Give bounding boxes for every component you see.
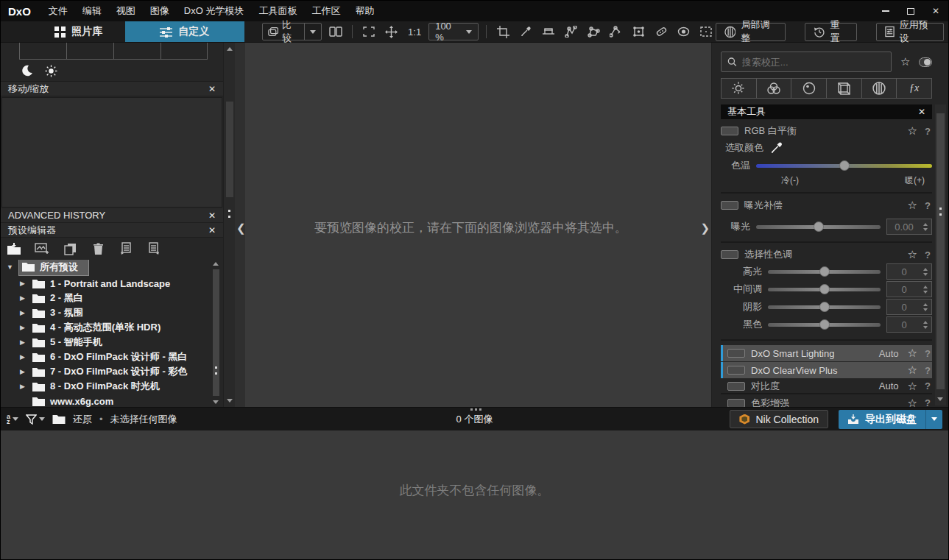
nik-collection-button[interactable]: Nik Collection <box>730 410 828 428</box>
blacks-slider[interactable] <box>768 319 881 330</box>
temperature-slider[interactable] <box>756 160 932 171</box>
apply-preset-button[interactable]: 应用预设 <box>876 23 944 41</box>
highlights-value-box[interactable]: 0 <box>886 263 932 280</box>
filmstrip-resize-grip[interactable] <box>475 408 477 411</box>
create-preset-from-image-button[interactable] <box>33 240 51 258</box>
tree-expanded-icon[interactable]: ▼ <box>7 263 14 271</box>
perspective-tool-button[interactable] <box>629 23 648 40</box>
shadows-value-box[interactable]: 0 <box>886 299 932 315</box>
export-preset-button[interactable] <box>145 240 163 258</box>
duplicate-preset-button[interactable] <box>61 240 79 258</box>
favorite-star-icon[interactable]: ☆ <box>908 347 917 360</box>
scroll-down-icon[interactable] <box>227 399 233 403</box>
category-geometry-tab[interactable] <box>827 78 862 99</box>
tree-row-all-presets[interactable]: ▼ 所有预设 <box>1 260 211 274</box>
midtones-slider[interactable] <box>768 284 881 294</box>
help-icon[interactable]: ? <box>923 200 932 211</box>
export-options-dropdown[interactable] <box>925 410 942 429</box>
rgb-white-balance-checkbox[interactable] <box>721 127 738 135</box>
scroll-down-icon[interactable] <box>213 400 219 404</box>
control-line-tool-button[interactable] <box>607 23 625 40</box>
scrollbar-thumb[interactable] <box>936 113 945 389</box>
close-icon[interactable]: ✕ <box>208 84 216 94</box>
help-icon[interactable]: ? <box>923 380 932 391</box>
stepper-up-icon[interactable] <box>923 321 928 324</box>
zoom-level-dropdown[interactable]: 100 % <box>428 23 479 40</box>
favorite-star-icon[interactable]: ☆ <box>908 248 917 261</box>
slider-handle[interactable] <box>819 284 830 294</box>
menu-help[interactable]: 帮助 <box>348 4 381 18</box>
menu-edit[interactable]: 编辑 <box>75 4 109 18</box>
left-panel-divider[interactable]: ❮ <box>235 43 245 407</box>
tree-collapsed-icon[interactable]: ▶ <box>20 309 27 316</box>
export-to-disk-main[interactable]: 导出到磁盘 <box>839 410 925 429</box>
collapse-left-panel-icon[interactable]: ❮ <box>236 221 246 235</box>
favorite-star-icon[interactable]: ☆ <box>908 199 917 212</box>
minimize-button[interactable] <box>873 1 898 21</box>
smart-lighting-row[interactable]: DxO Smart Lighting Auto ☆ ? <box>721 345 932 361</box>
favorites-filter-star-icon[interactable]: ☆ <box>900 55 910 68</box>
active-corrections-toggle[interactable] <box>919 57 932 67</box>
stepper-up-icon[interactable] <box>923 268 928 271</box>
repair-tool-button[interactable] <box>652 23 671 40</box>
search-box[interactable] <box>721 52 892 72</box>
exposure-slider[interactable] <box>756 221 881 232</box>
category-detail-tab[interactable] <box>791 78 827 99</box>
control-points-tool-button[interactable] <box>562 23 580 40</box>
favorite-star-icon[interactable]: ☆ <box>908 124 917 138</box>
scrollbar-thumb[interactable] <box>213 269 219 396</box>
left-panel-scrollbar[interactable] <box>223 43 235 407</box>
tree-collapsed-icon[interactable]: ▶ <box>20 368 27 375</box>
stepper-down-icon[interactable] <box>923 291 928 294</box>
shadow-clipping-moon-icon[interactable] <box>21 65 33 77</box>
value-stepper[interactable] <box>921 268 931 276</box>
menu-workspace[interactable]: 工作区 <box>304 4 348 18</box>
help-icon[interactable]: ? <box>923 249 932 260</box>
search-input[interactable] <box>742 57 885 68</box>
stepper-up-icon[interactable] <box>923 303 928 306</box>
stepper-up-icon[interactable] <box>923 286 928 288</box>
tree-collapsed-icon[interactable]: ▶ <box>20 294 27 302</box>
value-stepper[interactable] <box>921 286 931 294</box>
close-icon[interactable]: ✕ <box>208 225 216 235</box>
tab-customize[interactable]: 自定义 <box>125 21 244 42</box>
category-local-adjustments-tab[interactable] <box>862 78 897 99</box>
tree-collapsed-icon[interactable]: ▶ <box>20 353 27 361</box>
scroll-down-icon[interactable] <box>937 397 943 401</box>
slider-handle[interactable] <box>819 266 830 277</box>
highlights-slider[interactable] <box>768 266 881 277</box>
slider-handle[interactable] <box>819 302 830 312</box>
tree-collapsed-icon[interactable]: ▶ <box>20 383 27 390</box>
stepper-up-icon[interactable] <box>923 223 928 226</box>
white-balance-picker-button[interactable] <box>517 23 535 40</box>
local-adjustments-button[interactable]: 局部调整 <box>716 23 786 41</box>
blacks-value-box[interactable]: 0 <box>886 316 932 333</box>
tree-row-hdr[interactable]: ▶ 4 - 高动态范围(单张 HDR) <box>1 320 211 335</box>
menu-file[interactable]: 文件 <box>41 4 75 18</box>
restore-label[interactable]: 还原 <box>73 413 92 426</box>
tree-row-filmpack-timemachine[interactable]: ▶ 8 - DxO FilmPack 时光机 <box>1 379 211 394</box>
right-panel-scrollbar[interactable] <box>935 104 946 405</box>
split-view-button[interactable] <box>326 23 345 40</box>
compare-button[interactable]: 比较 <box>263 24 305 40</box>
category-color-tab[interactable] <box>757 78 792 99</box>
value-stepper[interactable] <box>921 321 931 329</box>
stepper-down-icon[interactable] <box>923 308 928 311</box>
panel-resize-grip[interactable] <box>228 210 230 212</box>
value-stepper[interactable] <box>921 223 931 231</box>
horizon-tool-button[interactable] <box>540 23 558 40</box>
slider-handle[interactable] <box>839 160 850 171</box>
close-icon[interactable]: ✕ <box>208 210 216 221</box>
import-preset-button[interactable] <box>117 240 135 258</box>
menu-image[interactable]: 图像 <box>143 4 177 18</box>
control-polygon-tool-button[interactable] <box>585 23 603 40</box>
close-icon[interactable]: ✕ <box>918 107 925 117</box>
red-eye-tool-button[interactable] <box>674 23 693 40</box>
favorite-star-icon[interactable]: ☆ <box>908 380 917 393</box>
export-to-disk-button[interactable]: 导出到磁盘 <box>839 410 942 429</box>
tree-row-portrait-landscape[interactable]: ▶ 1 - Portrait and Landscape <box>1 276 211 291</box>
filter-dropdown[interactable] <box>26 414 45 425</box>
tree-row-filmpack-bw[interactable]: ▶ 6 - DxO FilmPack 设计师 - 黑白 <box>1 350 211 364</box>
tree-collapsed-icon[interactable]: ▶ <box>20 339 27 346</box>
menu-view[interactable]: 视图 <box>109 4 143 18</box>
